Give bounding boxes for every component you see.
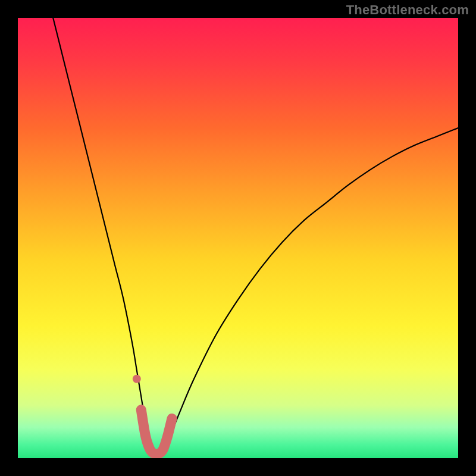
plot-area [18, 18, 458, 458]
bottleneck-curve-svg [18, 18, 458, 458]
bottleneck-curve [53, 18, 458, 458]
watermark-label: TheBottleneck.com [346, 2, 469, 18]
optimal-point-marker [133, 375, 141, 383]
optimal-band-marker [141, 410, 172, 455]
chart-frame: TheBottleneck.com [0, 0, 476, 476]
